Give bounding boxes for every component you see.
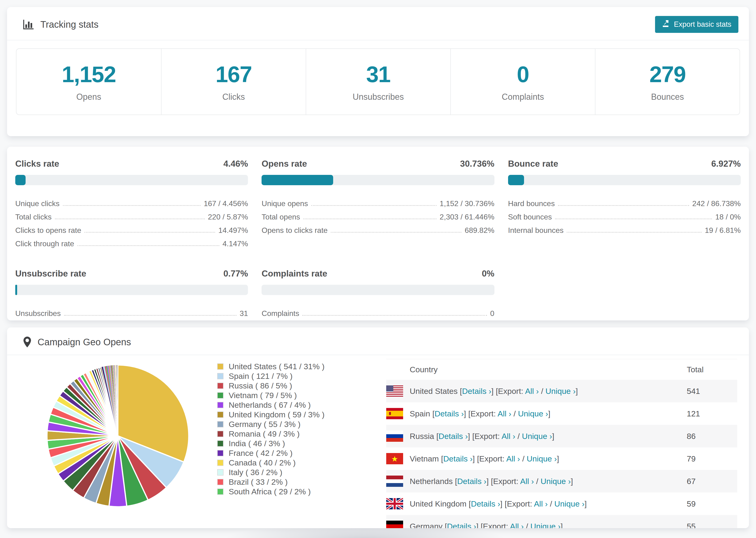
summary-stat-cell: 31 Unsubscribes — [306, 49, 450, 115]
stat-label: Complaints — [502, 92, 544, 102]
export-prefix: Export: — [498, 387, 523, 396]
dotted-leader — [331, 232, 461, 233]
details-link[interactable]: Details › — [471, 499, 500, 508]
geo-opens-header: Campaign Geo Opens — [7, 327, 749, 355]
rate-stat-label: Clicks to opens rate — [15, 226, 81, 235]
rate-stat-row: Hard bounces 242 / 86.738% — [508, 194, 741, 208]
export-all-link[interactable]: All › — [525, 387, 539, 396]
legend-item: Spain ( 121 / 7% ) — [217, 371, 324, 381]
legend-item: Russia ( 86 / 5% ) — [217, 381, 324, 391]
rate-panel: Clicks rate 4.46% Unique clicks 167 / 4.… — [15, 159, 248, 248]
export-prefix: Export: — [474, 432, 500, 441]
legend-item: United Kingdom ( 59 / 3% ) — [217, 410, 324, 419]
dotted-leader — [567, 232, 702, 233]
country-total: 121 — [687, 409, 737, 418]
geo-pie-chart[interactable]: United StatesSpainRussiaVietnamNetherlan… — [45, 363, 191, 509]
legend-item: Germany ( 55 / 3% ) — [217, 419, 324, 429]
export-basic-stats-button[interactable]: Export basic stats — [655, 16, 738, 33]
rate-title: Bounce rate — [508, 159, 558, 169]
country-total: 79 — [687, 454, 737, 463]
export-unique-link[interactable]: Unique › — [518, 409, 548, 418]
export-unique-link[interactable]: Unique › — [541, 477, 571, 486]
rate-stat-label: Total clicks — [15, 213, 52, 221]
export-unique-link[interactable]: Unique › — [527, 454, 557, 463]
legend-item: Canada ( 40 / 2% ) — [217, 458, 324, 467]
dotted-leader — [558, 205, 689, 206]
country-total: 55 — [687, 522, 737, 528]
export-prefix: Export: — [479, 454, 505, 463]
legend-label: France ( 42 / 2% ) — [229, 449, 293, 458]
rate-stat-value: 0 — [490, 309, 495, 318]
export-icon — [662, 20, 670, 29]
country-total: 541 — [687, 387, 737, 396]
rate-value: 0.77% — [223, 269, 248, 279]
legend-label: South Africa ( 29 / 2% ) — [229, 487, 311, 496]
legend-item: France ( 42 / 2% ) — [217, 448, 324, 458]
stat-label: Unsubscribes — [352, 92, 404, 102]
details-link[interactable]: Details › — [443, 454, 473, 463]
rate-stat-label: Opens to clicks rate — [261, 226, 328, 235]
dotted-leader — [302, 315, 487, 316]
details-link[interactable]: Details › — [457, 477, 486, 486]
legend-label: Russia ( 86 / 5% ) — [229, 381, 292, 390]
summary-stat-cell: 167 Clicks — [161, 49, 306, 115]
rate-rows: Unsubscribes 31 — [15, 304, 248, 318]
legend-item: Vietnam ( 79 / 5% ) — [217, 391, 324, 400]
legend-label: Spain ( 121 / 7% ) — [229, 372, 293, 381]
country-cell: Netherlands [Details ›] [Export: All › /… — [386, 476, 687, 487]
dotted-leader — [555, 219, 712, 219]
country-name: Russia — [410, 432, 434, 441]
details-link[interactable]: Details › — [447, 522, 476, 528]
stat-value: 167 — [216, 62, 252, 87]
stat-label: Clicks — [222, 92, 245, 102]
country-flag-icon — [386, 476, 403, 487]
rate-stat-label: Complaints — [261, 309, 299, 318]
export-all-link[interactable]: All › — [534, 499, 548, 508]
country-flag-icon — [386, 430, 403, 442]
column-header-total: Total — [687, 365, 737, 374]
summary-stats: 1,152 Opens 167 Clicks 31 Unsubscribes 0… — [16, 48, 740, 115]
country-cell: United Kingdom [Details ›] [Export: All … — [386, 498, 687, 510]
dotted-leader — [303, 219, 436, 219]
bar-chart-icon — [23, 19, 34, 29]
tracking-stats-header: Tracking stats Export basic stats — [7, 7, 749, 40]
dotted-leader — [64, 315, 237, 316]
rate-stat-row: Opens to clicks rate 689.82% — [261, 221, 494, 235]
details-link[interactable]: Details › — [462, 387, 491, 396]
legend-label: Vietnam ( 79 / 5% ) — [229, 391, 297, 400]
rate-panel: Opens rate 30.736% Unique opens 1,152 / … — [261, 159, 494, 248]
details-link[interactable]: Details › — [435, 409, 464, 418]
rate-stat-value: 242 / 86.738% — [692, 199, 741, 208]
stat-value: 0 — [517, 62, 529, 87]
country-total: 59 — [687, 499, 737, 509]
rate-title: Clicks rate — [15, 159, 59, 169]
summary-stat-cell: 279 Bounces — [595, 49, 739, 115]
table-row: United States [Details ›] [Export: All ›… — [386, 380, 737, 402]
rate-title: Complaints rate — [261, 269, 327, 279]
export-all-link[interactable]: All › — [520, 477, 534, 486]
export-button-label: Export basic stats — [674, 20, 731, 28]
country-name: United States — [410, 387, 458, 396]
country-cell: Germany [Details ›] [Export: All › / Uni… — [386, 521, 687, 528]
export-unique-link[interactable]: Unique › — [530, 522, 561, 528]
rate-stat-row: Total opens 2,303 / 61.446% — [261, 208, 494, 221]
table-row: Russia [Details ›] [Export: All › / Uniq… — [386, 425, 737, 447]
rate-stat-row: Soft bounces 18 / 0% — [508, 208, 741, 221]
rate-stat-row: Click through rate 4.147% — [15, 235, 248, 248]
export-unique-link[interactable]: Unique › — [554, 499, 585, 508]
export-unique-link[interactable]: Unique › — [522, 432, 552, 441]
country-cell: Russia [Details ›] [Export: All › / Uniq… — [386, 430, 687, 442]
legend-item: Netherlands ( 67 / 4% ) — [217, 400, 324, 410]
progress-bar-track — [15, 175, 248, 185]
details-link[interactable]: Details › — [439, 432, 468, 441]
rate-stat-value: 14.497% — [218, 226, 248, 235]
export-all-link[interactable]: All › — [506, 454, 520, 463]
map-pin-icon — [23, 336, 31, 348]
export-unique-link[interactable]: Unique › — [545, 387, 576, 396]
rate-stat-label: Soft bounces — [508, 213, 552, 221]
export-all-link[interactable]: All › — [510, 522, 524, 528]
export-all-link[interactable]: All › — [498, 409, 512, 418]
export-all-link[interactable]: All › — [502, 432, 515, 441]
rate-stat-row: Total clicks 220 / 5.87% — [15, 208, 248, 221]
export-prefix: Export: — [470, 409, 496, 418]
